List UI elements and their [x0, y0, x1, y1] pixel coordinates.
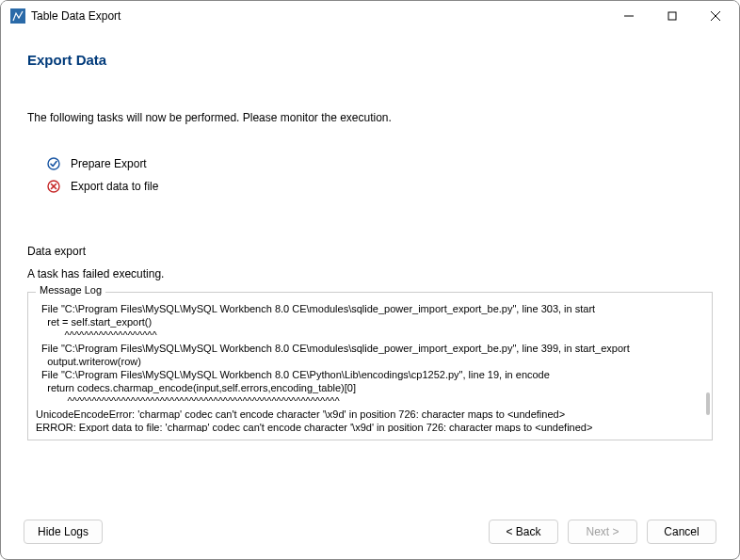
task-label: Export data to file — [71, 180, 158, 193]
status-text: A task has failed executing. — [27, 267, 713, 280]
titlebar: Table Data Export — [1, 1, 739, 31]
message-log-label: Message Log — [36, 284, 105, 296]
svg-point-5 — [48, 158, 59, 169]
window-title: Table Data Export — [31, 9, 121, 23]
back-button[interactable]: < Back — [489, 520, 558, 544]
wizard-footer: Hide Logs < Back Next > Cancel — [1, 504, 739, 559]
page-title: Export Data — [27, 52, 713, 68]
next-button[interactable]: Next > — [568, 520, 637, 544]
content-area: Export Data The following tasks will now… — [1, 31, 739, 504]
scrollbar-thumb[interactable] — [706, 392, 710, 415]
message-log-group: Message Log File "C:\Program Files\MySQL… — [27, 292, 713, 440]
svg-rect-2 — [668, 12, 676, 20]
status-heading: Data export — [27, 245, 713, 258]
error-icon — [46, 179, 61, 194]
message-log[interactable]: File "C:\Program Files\MySQL\MySQL Workb… — [36, 302, 704, 432]
check-icon — [46, 156, 61, 171]
hide-logs-button[interactable]: Hide Logs — [24, 520, 103, 544]
task-row-prepare: Prepare Export — [46, 152, 713, 175]
task-row-export: Export data to file — [46, 175, 713, 198]
window-controls — [607, 1, 737, 31]
minimize-button[interactable] — [607, 1, 651, 31]
maximize-button[interactable] — [651, 1, 694, 31]
task-list: Prepare Export Export data to file — [46, 152, 713, 198]
app-icon — [10, 8, 25, 24]
task-label: Prepare Export — [71, 157, 147, 170]
cancel-button[interactable]: Cancel — [647, 520, 716, 544]
intro-text: The following tasks will now be performe… — [27, 111, 713, 124]
close-button[interactable] — [694, 1, 737, 31]
